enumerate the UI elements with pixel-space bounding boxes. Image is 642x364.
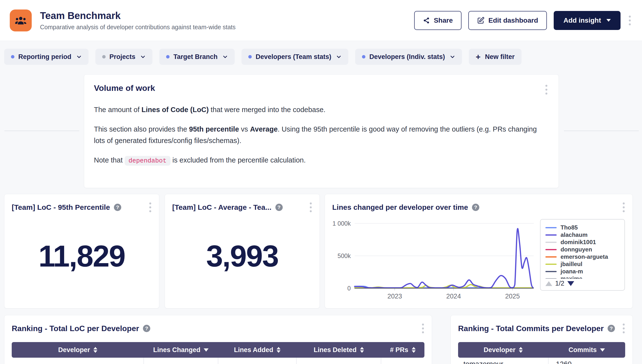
page-header: Team Benchmark Comparative analysis of d… [0, 0, 642, 41]
chevron-down-icon [606, 19, 611, 22]
legend-page-indicator: 1/2 [555, 280, 564, 287]
sort-icon [519, 347, 523, 353]
legend-item-maxime[interactable]: maxime [545, 275, 619, 279]
line-chart[interactable]: 0500k1 000k202320242025 [331, 220, 538, 300]
ranking-loc-card: Ranking - Total LoC per Developer ? Deve… [4, 315, 432, 364]
help-icon[interactable]: ? [608, 325, 615, 332]
legend-series-name: dominik1001 [561, 239, 596, 246]
share-button[interactable]: Share [414, 11, 462, 30]
column-header-developer[interactable]: Developer [458, 342, 548, 358]
filter-chip-label: Reporting period [18, 53, 72, 61]
legend-item-dominik1001[interactable]: dominik1001 [545, 238, 619, 246]
legend-item-tho85[interactable]: Tho85 [545, 224, 619, 231]
new-filter-button[interactable]: + New filter [469, 49, 521, 65]
column-header-commits[interactable]: Commits [548, 342, 625, 358]
filter-chip-developers-team-stats-[interactable]: Developers (Team stats) [242, 49, 348, 65]
legend-item-donnguyen[interactable]: donnguyen [545, 246, 619, 253]
filter-chip-label: Developers (Indiv. stats) [369, 53, 445, 61]
background-divider-right [564, 130, 639, 131]
legend-page-up-icon[interactable] [545, 281, 552, 286]
help-icon[interactable]: ? [472, 204, 479, 211]
volume-card-title: Volume of work [94, 83, 155, 93]
metric-card-kebab-menu[interactable] [308, 201, 313, 214]
filter-bar: Reporting periodProjectsTarget BranchDev… [4, 49, 522, 65]
ranking-commits-card: Ranking - Total Commits per Developer ? … [451, 315, 633, 364]
column-label: Developer [484, 346, 516, 354]
y-axis-tick-label: 1 000k [332, 220, 351, 227]
chevron-down-icon [76, 54, 82, 60]
legend-item-emerson-argueta[interactable]: emerson-argueta [545, 253, 619, 260]
edit-dashboard-label: Edit dashboard [488, 16, 538, 24]
table-cell [144, 358, 218, 364]
filter-status-dot [102, 55, 106, 58]
chevron-down-icon [223, 54, 228, 60]
metric-card-title: [Team] LoC - Average - Tea... [172, 203, 272, 212]
column-header-lines-deleted[interactable]: Lines Deleted [296, 342, 381, 358]
share-label: Share [434, 16, 453, 24]
legend-swatch [545, 256, 557, 258]
x-axis-tick-label: 2023 [387, 292, 402, 300]
filter-status-dot [248, 55, 252, 58]
volume-paragraph-3: Note that dependabot is excluded from th… [94, 154, 540, 167]
metric-card-head: [Team] LoC - 95th Percentile ? [5, 194, 159, 214]
table-cell: 1260 [548, 358, 625, 364]
volume-card-kebab-menu[interactable] [544, 83, 549, 96]
legend-series-name: alachaum [561, 232, 588, 238]
legend-swatch [545, 271, 557, 272]
ranking-card-head: Ranking - Total LoC per Developer ? [5, 315, 432, 335]
y-axis-tick-label: 0 [347, 285, 351, 292]
add-insight-button[interactable]: Add insight [554, 11, 620, 30]
table-row[interactable]: tomazernour1260 [458, 358, 625, 364]
table-cell [12, 358, 144, 364]
table-row[interactable] [12, 358, 424, 364]
table-cell [381, 358, 424, 364]
column-label: # PRs [390, 346, 408, 354]
column-label: Developer [58, 346, 90, 354]
metric-card-kebab-menu[interactable] [148, 201, 153, 214]
legend-item-jbailleul[interactable]: jbailleul [545, 260, 619, 268]
filter-status-dot [166, 55, 169, 58]
filter-chip-label: Target Branch [173, 53, 218, 61]
edit-dashboard-button[interactable]: Edit dashboard [468, 11, 547, 30]
legend-items: Tho85alachaumdominik1001donnguyenemerson… [545, 224, 619, 279]
ranking-card-kebab-menu[interactable] [621, 322, 626, 335]
column-header-lines-changed[interactable]: Lines Changed [144, 342, 218, 358]
legend-page-down-icon[interactable] [567, 281, 574, 286]
filter-chip-reporting-period[interactable]: Reporting period [4, 49, 89, 65]
filter-chip-target-branch[interactable]: Target Branch [159, 49, 235, 65]
legend-swatch [545, 242, 557, 243]
ranking-card-kebab-menu[interactable] [420, 322, 425, 335]
chart-card-kebab-menu[interactable] [621, 201, 626, 214]
title-block: Team Benchmark Comparative analysis of d… [40, 10, 236, 31]
volume-of-work-card: Volume of work The amount of Lines of Co… [84, 74, 559, 188]
legend-series-name: Tho85 [561, 224, 578, 231]
lines-changed-chart-card: Lines changed per developer over time ? … [325, 194, 633, 308]
legend-swatch [545, 249, 557, 250]
new-filter-label: New filter [485, 53, 515, 61]
chart-card-title: Lines changed per developer over time [332, 203, 468, 212]
dependabot-code-chip: dependabot [125, 156, 170, 166]
filter-chip-projects[interactable]: Projects [95, 49, 153, 65]
page-title: Team Benchmark [40, 10, 236, 21]
sort-desc-icon [600, 348, 605, 352]
legend-item-joana-m[interactable]: joana-m [545, 268, 619, 275]
legend-item-clipped: maxime [545, 275, 619, 279]
metric-value: 11,829 [5, 214, 159, 308]
table-cell [218, 358, 296, 364]
header-actions: Share Edit dashboard Add insight [414, 11, 632, 30]
header-kebab-menu[interactable] [627, 14, 632, 27]
share-icon [423, 17, 430, 24]
x-axis-tick-label: 2024 [446, 292, 461, 300]
help-icon[interactable]: ? [114, 204, 121, 211]
help-icon[interactable]: ? [143, 325, 150, 332]
ranking-card-head: Ranking - Total Commits per Developer ? [451, 315, 632, 335]
column-header--prs[interactable]: # PRs [381, 342, 424, 358]
filter-chip-label: Projects [110, 53, 136, 61]
legend-pager: 1/2 [545, 280, 619, 287]
legend-item-alachaum[interactable]: alachaum [545, 231, 619, 238]
filter-chip-developers-indiv-stats-[interactable]: Developers (Indiv. stats) [355, 49, 462, 65]
column-header-lines-added[interactable]: Lines Added [218, 342, 296, 358]
sort-icon [360, 347, 364, 353]
help-icon[interactable]: ? [275, 204, 283, 211]
column-header-developer[interactable]: Developer [12, 342, 144, 358]
